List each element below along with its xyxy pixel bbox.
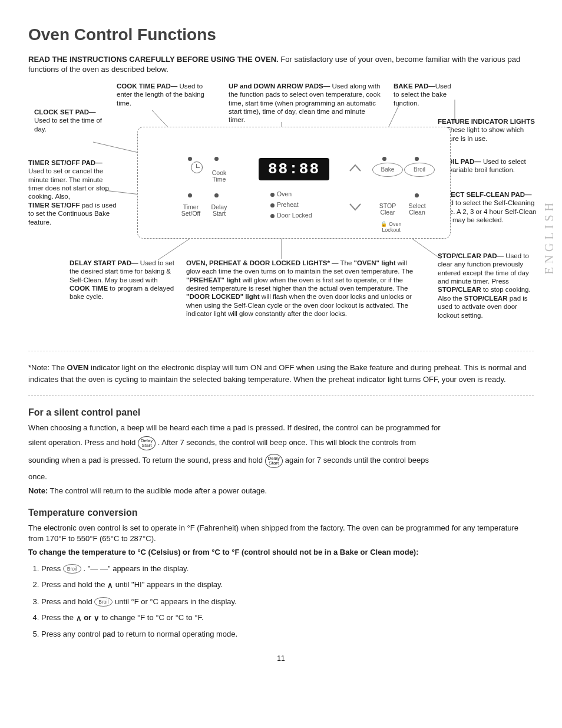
temp-step-2: Press and hold the ∧ until "HI" appears … — [41, 579, 534, 590]
temp-step-4: Press the ∧ or ∨ to change °F to °C or °… — [41, 612, 534, 623]
digital-display: 88:88 — [259, 158, 329, 180]
callout-cook-time: COOK TIME PAD— Used to enter the length … — [117, 82, 205, 107]
control-panel-diagram: COOK TIME PAD— Used to enter the length … — [28, 82, 534, 347]
label-cook-time: CookTime — [207, 170, 231, 183]
label-stop: STOPClear — [376, 203, 399, 216]
pad-bake: Bake — [372, 163, 403, 177]
indicator-dot — [415, 157, 419, 161]
temp-intro: The electronic oven control is set to op… — [28, 523, 534, 543]
indicator-dot — [214, 193, 219, 197]
note-box: *Note: The OVEN indicator light on the e… — [28, 357, 534, 396]
label-delay: DelayStart — [207, 204, 231, 218]
temp-step-3: Press and hold Broil until °F or °C appe… — [41, 597, 534, 607]
callout-bake-pad: BAKE PAD—Used to select the bake functio… — [394, 82, 452, 107]
delay-start-pad-icon: DelayStart — [138, 436, 156, 450]
control-panel-graphic: CookTime TimerSet/Off DelayStart 88:88 O… — [137, 127, 451, 239]
callout-delay-start: DELAY START PAD— Used to set the desired… — [70, 259, 176, 301]
silent-note: Note: The control will return to the aud… — [28, 486, 534, 496]
silent-p4: once. — [28, 472, 534, 482]
page-number: 11 — [28, 654, 534, 663]
pad-broil: Broil — [404, 163, 435, 177]
down-arrow-icon: ∨ — [94, 613, 100, 624]
silent-p2: silent operation. Press and hold DelaySt… — [28, 436, 534, 450]
broil-pad-icon: Broil — [63, 564, 81, 574]
clock-icon — [191, 162, 203, 173]
callout-broil-pad: BROIL PAD— Used to select the variable b… — [438, 157, 535, 174]
callout-timer-set: TIMER SET/OFF PAD— Used to set or cancel… — [28, 159, 117, 226]
label-timer: TimerSet/Off — [179, 204, 203, 218]
callout-clock-set: CLOCK SET PAD— Used to set the time of d… — [34, 108, 105, 133]
page-wrapper: Oven Control Functions READ THE INSTRUCT… — [28, 24, 534, 663]
temp-step-5: Press any control pad to return to norma… — [41, 629, 534, 640]
label-select-clean: SelectClean — [404, 203, 430, 216]
heading-silent-panel: For a silent control panel — [28, 406, 534, 419]
delay-start-pad-icon: DelayStart — [265, 454, 283, 468]
temp-bold-instruction: To change the temperature to °C (Celsius… — [28, 547, 534, 558]
language-tab: ENGLISH — [541, 199, 557, 275]
callout-feature-lights: FEATURE INDICATOR LIGHTS— These light to… — [438, 117, 535, 143]
indicator-dot — [382, 157, 386, 161]
callout-arrow-pads: UP and DOWN ARROW PADS— Used along with … — [229, 82, 382, 124]
divider — [28, 351, 534, 351]
broil-pad-icon: Broil — [94, 597, 113, 607]
callout-indicator-lights: OVEN, PREHEAT & DOOR LOCKED LIGHTS* — Th… — [186, 259, 422, 318]
up-arrow-icon — [349, 163, 362, 173]
indicator-dot — [188, 157, 192, 161]
silent-p1: When choosing a function, a beep will be… — [28, 423, 534, 433]
label-lockout: 🔒 OvenLockout — [373, 222, 409, 233]
indicator-dot — [415, 193, 419, 197]
up-arrow-icon: ∧ — [107, 580, 113, 591]
temp-steps-list: Press Broil . "— —" appears in the displ… — [28, 564, 534, 640]
intro-paragraph: READ THE INSTRUCTIONS CAREFULLY BEFORE U… — [28, 54, 534, 75]
silent-p3: sounding when a pad is pressed. To retur… — [28, 454, 534, 468]
down-arrow-icon — [349, 202, 362, 212]
label-preheat: Preheat — [270, 202, 318, 209]
label-oven: Oven — [270, 191, 318, 198]
heading-temp-conversion: Temperature conversion — [28, 506, 534, 519]
indicator-dot — [188, 193, 192, 197]
temp-step-1: Press Broil . "— —" appears in the displ… — [41, 564, 534, 574]
indicator-dot — [214, 157, 219, 161]
callout-self-clean: SELECT SELF-CLEAN PAD— Used to select th… — [438, 190, 537, 225]
up-arrow-icon: ∧ — [76, 613, 82, 624]
intro-bold: READ THE INSTRUCTIONS CAREFULLY BEFORE U… — [28, 55, 279, 64]
label-door-locked: Door Locked — [270, 212, 329, 219]
page-title: Oven Control Functions — [28, 24, 534, 46]
callout-stop-clear: STOP/CLEAR PAD— Used to clear any functi… — [438, 252, 537, 319]
